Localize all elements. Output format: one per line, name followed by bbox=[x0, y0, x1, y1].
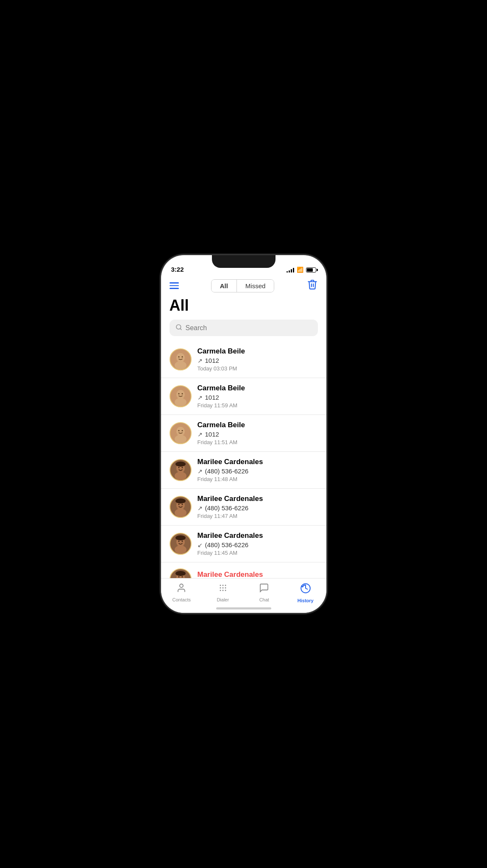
svg-point-43 bbox=[222, 585, 223, 586]
call-time: Friday 11:48 AM bbox=[198, 476, 318, 482]
svg-point-9 bbox=[175, 398, 186, 406]
svg-point-10 bbox=[178, 393, 179, 395]
header: All Missed bbox=[161, 275, 326, 297]
signal-icon bbox=[287, 267, 294, 273]
call-item[interactable]: Marilee Cardenales 🔴 (480) 536-6226 bbox=[161, 562, 326, 578]
call-name-missed: Marilee Cardenales bbox=[198, 570, 318, 579]
status-icons: 📶 bbox=[287, 267, 316, 273]
svg-point-39 bbox=[178, 576, 179, 578]
call-list: Carmela Beile ↗ 1012 Today 03:03 PM bbox=[161, 341, 326, 578]
svg-point-21 bbox=[178, 467, 179, 468]
call-item[interactable]: Carmela Beile ↗ 1012 Today 03:03 PM bbox=[161, 341, 326, 378]
avatar bbox=[170, 533, 192, 555]
svg-point-22 bbox=[181, 467, 183, 468]
history-icon bbox=[300, 583, 311, 596]
phone-screen: 3:22 📶 All bbox=[161, 255, 326, 613]
nav-contacts-label: Contacts bbox=[173, 597, 191, 602]
svg-point-44 bbox=[225, 585, 226, 586]
avatar bbox=[170, 422, 192, 444]
call-direction-icon: ↗ bbox=[198, 505, 203, 512]
home-indicator bbox=[216, 607, 271, 609]
call-info: Marilee Cardenales ↗ (480) 536-6226 Frid… bbox=[198, 458, 318, 482]
nav-contacts[interactable]: Contacts bbox=[161, 583, 203, 602]
svg-point-49 bbox=[222, 590, 223, 591]
svg-point-27 bbox=[178, 504, 179, 505]
avatar bbox=[170, 348, 192, 370]
call-item[interactable]: Marilee Cardenales ↙ (480) 536-6226 Frid… bbox=[161, 526, 326, 562]
call-direction-icon: ↗ bbox=[198, 431, 203, 438]
call-direction-icon: ↗ bbox=[198, 357, 203, 364]
menu-button[interactable] bbox=[170, 282, 179, 289]
tab-missed[interactable]: Missed bbox=[237, 280, 274, 292]
svg-point-40 bbox=[181, 576, 183, 578]
avatar bbox=[170, 385, 192, 407]
svg-point-5 bbox=[178, 356, 179, 358]
tab-toggle: All Missed bbox=[211, 279, 275, 292]
battery-icon bbox=[306, 267, 316, 273]
nav-dialer[interactable]: Dialer bbox=[202, 583, 244, 602]
svg-line-1 bbox=[180, 328, 181, 330]
svg-point-3 bbox=[176, 353, 185, 362]
svg-point-11 bbox=[181, 393, 183, 395]
svg-point-8 bbox=[176, 390, 185, 399]
svg-point-19 bbox=[175, 472, 186, 480]
page-title: All bbox=[161, 297, 326, 320]
call-number: (480) 536-6226 bbox=[205, 541, 249, 548]
call-name: Carmela Beile bbox=[198, 384, 318, 392]
call-direction-icon: ↗ bbox=[198, 394, 203, 401]
avatar bbox=[170, 496, 192, 518]
svg-point-34 bbox=[181, 541, 183, 542]
call-item[interactable]: Carmela Beile ↗ 1012 Friday 11:59 AM bbox=[161, 378, 326, 415]
call-item[interactable]: Carmela Beile ↗ 1012 Friday 11:51 AM bbox=[161, 415, 326, 452]
call-number: 1012 bbox=[205, 394, 219, 401]
call-detail: ↙ (480) 536-6226 bbox=[198, 541, 318, 548]
notch bbox=[212, 255, 276, 268]
call-info: Carmela Beile ↗ 1012 Friday 11:59 AM bbox=[198, 384, 318, 409]
call-detail: ↗ (480) 536-6226 bbox=[198, 467, 318, 475]
svg-point-28 bbox=[181, 504, 183, 505]
svg-point-32 bbox=[175, 535, 186, 540]
search-box bbox=[170, 320, 318, 336]
call-time: Friday 11:45 AM bbox=[198, 550, 318, 556]
svg-point-15 bbox=[178, 430, 179, 431]
svg-point-50 bbox=[225, 590, 226, 591]
svg-point-4 bbox=[175, 361, 186, 370]
call-name: Marilee Cardenales bbox=[198, 495, 318, 503]
call-time: Friday 11:47 AM bbox=[198, 513, 318, 519]
avatar bbox=[170, 568, 192, 578]
call-name: Marilee Cardenales bbox=[198, 531, 318, 540]
call-info: Marilee Cardenales ↗ (480) 536-6226 Frid… bbox=[198, 495, 318, 519]
svg-point-6 bbox=[181, 356, 183, 358]
search-input[interactable] bbox=[186, 324, 312, 332]
nav-chat[interactable]: Chat bbox=[244, 583, 285, 602]
svg-point-46 bbox=[222, 587, 223, 589]
svg-point-20 bbox=[175, 462, 186, 467]
delete-button[interactable] bbox=[307, 279, 318, 292]
search-container bbox=[161, 320, 326, 341]
search-icon bbox=[175, 324, 182, 332]
nav-history[interactable]: History bbox=[285, 583, 326, 603]
call-info: Carmela Beile ↗ 1012 Friday 11:51 AM bbox=[198, 421, 318, 445]
chat-icon bbox=[259, 583, 269, 595]
svg-point-48 bbox=[220, 590, 221, 591]
call-direction-icon: ↗ bbox=[198, 468, 203, 475]
svg-point-14 bbox=[175, 435, 186, 443]
call-detail: ↗ 1012 bbox=[198, 394, 318, 401]
call-detail: ↗ (480) 536-6226 bbox=[198, 504, 318, 512]
call-info: Marilee Cardenales ↙ (480) 536-6226 Frid… bbox=[198, 531, 318, 556]
svg-point-13 bbox=[176, 427, 185, 436]
call-item[interactable]: Marilee Cardenales ↗ (480) 536-6226 Frid… bbox=[161, 489, 326, 526]
wifi-icon: 📶 bbox=[297, 267, 303, 273]
call-number: (480) 536-6226 bbox=[205, 467, 249, 475]
avatar bbox=[170, 459, 192, 481]
svg-point-47 bbox=[225, 587, 226, 589]
call-time: Today 03:03 PM bbox=[198, 365, 318, 372]
call-item[interactable]: Marilee Cardenales ↗ (480) 536-6226 Frid… bbox=[161, 452, 326, 489]
svg-point-26 bbox=[175, 498, 186, 504]
call-info: Carmela Beile ↗ 1012 Today 03:03 PM bbox=[198, 347, 318, 372]
svg-point-31 bbox=[175, 545, 186, 554]
svg-point-25 bbox=[175, 509, 186, 517]
tab-all[interactable]: All bbox=[211, 280, 237, 292]
nav-chat-label: Chat bbox=[259, 597, 269, 602]
incoming-call-icon: ↙ bbox=[198, 542, 203, 548]
